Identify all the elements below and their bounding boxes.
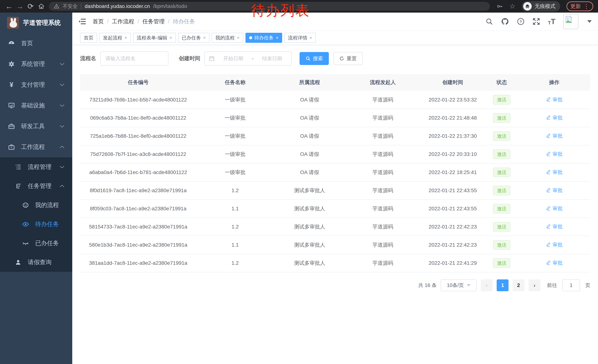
- goto-suffix: 页: [585, 282, 590, 289]
- url-host: dashboard.yudao.iocoder.cn: [85, 3, 150, 9]
- cell-task-name: 1.2: [196, 254, 274, 272]
- fullscreen-icon[interactable]: [532, 18, 540, 25]
- approve-link[interactable]: 审批: [546, 151, 563, 157]
- sidebar-item-infrastructure[interactable]: 基础设施: [0, 95, 72, 116]
- approve-link[interactable]: 审批: [546, 169, 563, 176]
- incognito-badge: 无痕模式: [522, 1, 560, 11]
- sidebar-item-system[interactable]: 系统管理: [0, 54, 72, 74]
- not-secure-warning-icon[interactable]: [54, 4, 59, 9]
- edit-pencil-icon: [546, 188, 551, 193]
- address-bar[interactable]: 不安全 dashboard.yudao.iocoder.cn/bpm/task/…: [49, 2, 490, 11]
- table-row: a6aba0a4-7b6d-11ec-b781-acde48001122 一级审…: [80, 163, 590, 181]
- page-button-1[interactable]: 1: [497, 279, 508, 291]
- github-icon[interactable]: [501, 17, 509, 25]
- cell-task-name: 1.2: [196, 181, 274, 200]
- next-page-button[interactable]: ›: [529, 279, 540, 291]
- approve-link[interactable]: 审批: [546, 114, 563, 121]
- create-time-label: 创建时间: [179, 55, 200, 62]
- avatar[interactable]: [563, 14, 578, 29]
- sidebar-item-leave-query[interactable]: 请假查询: [0, 253, 72, 272]
- browser-home-icon[interactable]: [36, 3, 47, 10]
- close-icon[interactable]: ×: [203, 36, 206, 40]
- approve-link[interactable]: 审批: [546, 187, 563, 194]
- cell-task-id: 381aa1dd-7ac8-11ec-a9e2-a2380e71991a: [80, 254, 196, 272]
- start-date-placeholder: 开始日期: [218, 55, 249, 62]
- approve-link[interactable]: 审批: [546, 223, 563, 230]
- browser-menu-icon[interactable]: ⋮: [583, 3, 589, 9]
- reset-button[interactable]: 重置: [333, 52, 363, 65]
- font-size-icon[interactable]: TT: [548, 18, 555, 25]
- col-created: 创建时间: [420, 74, 485, 91]
- help-icon[interactable]: ?: [517, 18, 525, 25]
- sidebar-item-todo-tasks[interactable]: 待办任务: [0, 215, 72, 234]
- table-row: 8f0d1619-7ac8-11ec-a9e2-a2380e71991a 1.2…: [80, 181, 590, 200]
- sidebar-item-home[interactable]: 首页: [0, 33, 72, 54]
- edit-pencil-icon: [546, 260, 551, 265]
- sidebar-item-devtools[interactable]: 研发工具: [0, 116, 72, 137]
- search-icon[interactable]: [485, 18, 493, 25]
- sidebar-item-workflow[interactable]: 工作流程: [0, 137, 72, 157]
- sidebar-item-label: 工作流程: [21, 143, 45, 151]
- cell-status: 激活: [485, 91, 518, 109]
- tab-todo-tasks[interactable]: 待办任务×: [245, 33, 282, 43]
- tab-home[interactable]: 首页: [80, 33, 97, 43]
- bookmark-star-icon[interactable]: ☆: [509, 2, 515, 10]
- app-logo[interactable]: 芋道管理系统: [0, 13, 72, 33]
- sidebar-item-my-process[interactable]: 我的流程: [0, 195, 72, 215]
- close-icon[interactable]: ×: [237, 36, 240, 40]
- sidebar-item-label: 已办任务: [35, 239, 59, 247]
- close-icon[interactable]: ×: [276, 36, 278, 40]
- cell-created: 2022-01-21 22:42:23: [420, 236, 485, 254]
- prev-page-button[interactable]: ‹: [481, 279, 493, 291]
- sidebar-item-done-tasks[interactable]: 已办任务: [0, 234, 72, 253]
- gear-icon: [8, 61, 16, 68]
- select-caret-icon: [467, 284, 471, 286]
- browser-forward-icon[interactable]: →: [15, 0, 25, 13]
- approve-link[interactable]: 审批: [546, 259, 563, 266]
- goto-page-input[interactable]: [562, 279, 580, 291]
- process-name-input[interactable]: [100, 51, 168, 65]
- tab-process-detail[interactable]: 流程详情×: [284, 33, 316, 43]
- task-table-body: 73211d9d-7b9b-11ec-b5b7-acde48001122 一级审…: [80, 91, 590, 272]
- tab-my-process[interactable]: 我的流程×: [212, 33, 243, 43]
- cell-status: 激活: [485, 127, 518, 145]
- user-icon: [14, 259, 22, 266]
- breadcrumb-task-management[interactable]: 任务管理: [142, 18, 165, 25]
- table-row: 8f059c03-7ac8-11ec-a9e2-a2380e71991a 1.1…: [80, 200, 590, 218]
- chrome-update-button[interactable]: 更新 ⋮: [566, 1, 593, 11]
- breadcrumb-home[interactable]: 首页: [93, 18, 104, 25]
- tab-done-tasks[interactable]: 已办任务×: [178, 33, 209, 43]
- edit-pencil-icon: [546, 224, 551, 229]
- approve-link[interactable]: 审批: [546, 242, 563, 248]
- sidebar-item-process-management[interactable]: 流程管理: [0, 157, 72, 177]
- sidebar-toggle-hamburger-icon[interactable]: [79, 18, 86, 25]
- breadcrumb-workflow[interactable]: 工作流程: [112, 18, 134, 25]
- close-icon[interactable]: ×: [310, 36, 312, 40]
- approve-link[interactable]: 审批: [546, 205, 563, 212]
- search-button[interactable]: 搜索: [299, 52, 329, 65]
- close-icon[interactable]: ×: [125, 36, 127, 40]
- browser-back-icon[interactable]: ←: [4, 0, 15, 13]
- dashboard-icon: [8, 40, 16, 47]
- approve-link[interactable]: 审批: [546, 133, 563, 139]
- update-label: 更新: [570, 3, 581, 10]
- cell-created: 2022-01-22 21:37:30: [420, 127, 485, 145]
- user-menu-caret-icon[interactable]: [587, 20, 592, 23]
- password-key-icon[interactable]: [497, 3, 503, 10]
- tab-start-process[interactable]: 发起流程×: [99, 33, 131, 43]
- edit-pencil-icon: [546, 97, 551, 102]
- tab-process-form-edit[interactable]: 流程表单-编辑×: [133, 33, 176, 43]
- close-icon[interactable]: ×: [169, 36, 172, 40]
- edit-pencil-icon: [546, 170, 551, 175]
- cell-task-id: 725a1eb6-7b88-11ec-8ef0-acde48001122: [80, 127, 196, 145]
- date-range-picker[interactable]: 开始日期 - 结束日期: [204, 51, 292, 65]
- end-date-placeholder: 结束日期: [257, 55, 288, 62]
- browser-reload-icon[interactable]: ⟳: [25, 0, 36, 13]
- header-actions: ? TT: [485, 14, 592, 29]
- sidebar-item-payment[interactable]: ¥ 支付管理: [0, 74, 72, 95]
- page-size-select[interactable]: 10条/页: [441, 279, 477, 291]
- cell-task-name: 1.1: [196, 200, 274, 218]
- sidebar-item-task-management[interactable]: 任务管理: [0, 177, 72, 195]
- approve-link[interactable]: 审批: [546, 96, 563, 103]
- page-button-2[interactable]: 2: [513, 279, 524, 291]
